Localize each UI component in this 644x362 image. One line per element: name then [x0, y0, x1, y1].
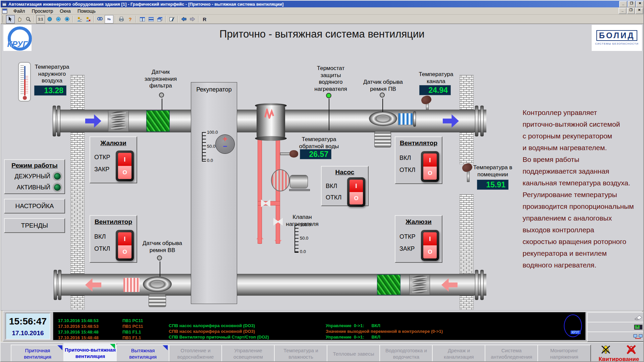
- child-maximize-icon[interactable]: ❐: [627, 8, 635, 14]
- zoom-in-icon[interactable]: [63, 15, 71, 23]
- maximize-icon[interactable]: ❐: [628, 1, 636, 7]
- trends-button[interactable]: ТРЕНДЫ: [4, 218, 65, 233]
- log-side-buttons: [587, 312, 642, 341]
- select-tool-icon[interactable]: [6, 15, 15, 23]
- app-icon: [2, 2, 7, 6]
- exhaust-filter: [377, 275, 400, 295]
- zoom-one-to-one-icon[interactable]: 1:1: [36, 15, 45, 23]
- krug-logo-text: КРУГ: [3, 40, 32, 49]
- recuperator-scale-min: 0.0: [207, 158, 217, 163]
- wall-right-bottom: [460, 296, 474, 310]
- exhaust-flex-coupling: [123, 278, 140, 292]
- recuperator-dial[interactable]: + −: [215, 134, 235, 154]
- mode-standby-led: [53, 172, 62, 181]
- tab-anti-icing[interactable]: Система антиобледенения: [485, 345, 538, 362]
- minimize-icon[interactable]: _: [619, 1, 627, 7]
- tile-horizontal-icon[interactable]: [147, 15, 155, 23]
- zoom-region-icon[interactable]: [46, 15, 54, 23]
- ack-bell-red-icon: [626, 344, 637, 355]
- menu-item-file[interactable]: Файл: [10, 8, 28, 14]
- panel-indicators-button[interactable]: [587, 322, 644, 332]
- outside-temp-label: Температура наружного воздуха: [32, 64, 72, 84]
- coupling-collar: [413, 111, 416, 127]
- ack-bell-yellow-icon: [600, 344, 611, 355]
- menu-item-windows[interactable]: Окна: [56, 8, 74, 14]
- tab-voltage-monitoring[interactable]: Мониторинг напряжения: [537, 345, 591, 362]
- find-icon[interactable]: [96, 15, 104, 23]
- ack-label: Квитирование: [594, 356, 644, 362]
- network-status-button[interactable]: [587, 331, 644, 342]
- recuperator-scale-max: 100.0: [207, 130, 222, 135]
- tab-heat-curtains[interactable]: Тепловые завесы: [327, 345, 380, 362]
- tab-corner-icon: [57, 345, 62, 350]
- toolbar-grip: [2, 15, 4, 23]
- journal-icon[interactable]: №: [105, 15, 113, 23]
- tab-exhaust-ventilation[interactable]: Вытяжная вентиляция: [116, 345, 170, 362]
- report-icon[interactable]: R: [201, 15, 209, 23]
- print-icon[interactable]: [117, 15, 125, 23]
- louver-right-switch[interactable]: IO: [421, 230, 439, 261]
- wall-left-top: [70, 75, 85, 110]
- zoom-out-icon[interactable]: [54, 15, 62, 23]
- eraser-icon: [634, 315, 643, 320]
- back-icon[interactable]: [180, 15, 188, 23]
- valve-scale-mid: 50.0: [300, 236, 313, 241]
- filter-sensor-stem: [162, 99, 162, 110]
- cascade-windows-icon[interactable]: [156, 15, 164, 23]
- outside-temp-value: 13.28: [34, 85, 66, 96]
- fan-left-switch[interactable]: IO: [116, 230, 134, 261]
- tab-supply-exhaust-ventilation[interactable]: Приточно-вытяжная вентиляция: [63, 343, 117, 362]
- fan-right-panel: Вентилятор ВКЛ ОТКЛ IO: [395, 136, 442, 184]
- valve-scale-max: 100.0: [300, 222, 315, 228]
- room-temp-value: 15.91: [477, 180, 508, 190]
- screen-tabbar: Приточная вентиляция Приточно-вытяжная в…: [1, 342, 644, 362]
- tab-supply-ventilation[interactable]: Приточная вентиляция: [11, 345, 64, 362]
- tab-temp-humidity[interactable]: Температура и влажность: [274, 345, 328, 362]
- menu-item-view[interactable]: Просмотр: [28, 8, 56, 14]
- bolid-logo-text: БОЛИД: [596, 30, 638, 41]
- tab-drainage[interactable]: Дренаж и канализация: [432, 345, 486, 362]
- edit-icon[interactable]: [168, 15, 176, 23]
- pump-base: [289, 189, 310, 191]
- tab-water-treatment[interactable]: Водоподготовка и водочистка: [379, 345, 433, 362]
- louver-right-open-label: ОТКР: [399, 233, 416, 240]
- tab-heating-water[interactable]: Отопление и водоснабжение: [169, 345, 222, 362]
- child-close-icon[interactable]: ✕: [635, 8, 643, 14]
- exhaust-fan-motor: [149, 294, 166, 307]
- forward-icon[interactable]: [189, 15, 197, 23]
- belt-sensor-pv-stem: [382, 99, 383, 112]
- louver-left-switch[interactable]: IO: [116, 150, 134, 181]
- close-icon[interactable]: ✕: [636, 1, 644, 7]
- supply-duct-flange-right2: [480, 106, 484, 136]
- filter-sensor-icon: [159, 93, 164, 98]
- fan-right-switch[interactable]: IO: [421, 151, 439, 182]
- event-log[interactable]: 17.10.2016 15:48:53ПВ1 PC11 СПВ насос ка…: [53, 312, 586, 340]
- tile-vertical-icon[interactable]: [138, 15, 146, 23]
- belt-sensor-pv-label: Датчик обрыва ремня ПВ: [361, 79, 405, 93]
- pump-switch[interactable]: IO: [347, 177, 365, 207]
- dial-minus[interactable]: −: [216, 143, 234, 149]
- ack-cancel-button[interactable]: [624, 344, 639, 355]
- user-login-icon[interactable]: [75, 15, 83, 23]
- help-icon[interactable]: ?: [126, 15, 134, 23]
- return-water-label: Температура обратной воды: [297, 136, 341, 150]
- supply-duct-flange-left2: [57, 106, 60, 136]
- log-row: 17.10.2016 15:48:53ПВ1 PC11 СПВ насос ка…: [53, 313, 585, 319]
- pan-tool-icon[interactable]: [15, 15, 23, 23]
- exhaust-duct-flange-left2: [58, 270, 61, 300]
- clear-log-button[interactable]: [587, 312, 644, 322]
- menu-item-help[interactable]: Помощь: [74, 8, 99, 14]
- tab-lighting[interactable]: Управление освещением: [221, 345, 275, 362]
- wall-left-bottom: [70, 296, 85, 310]
- mode-panel-title: Режим работы: [5, 162, 64, 169]
- scada-window: Автоматизация инженерного оборудования з…: [0, 0, 644, 362]
- return-water-sensor-icon: [289, 150, 298, 158]
- mode-active-led: [53, 183, 62, 192]
- filter-sensor-label: Датчик загрязнения фильтра: [141, 69, 180, 89]
- zoom-tool-icon[interactable]: [24, 15, 32, 23]
- settings-button[interactable]: НАСТРОЙКА: [4, 199, 65, 214]
- child-minimize-icon[interactable]: _: [619, 8, 627, 14]
- user-logout-icon[interactable]: [84, 15, 92, 23]
- ack-all-button[interactable]: [598, 344, 613, 355]
- belt-sensor-vv-stem: [160, 261, 160, 277]
